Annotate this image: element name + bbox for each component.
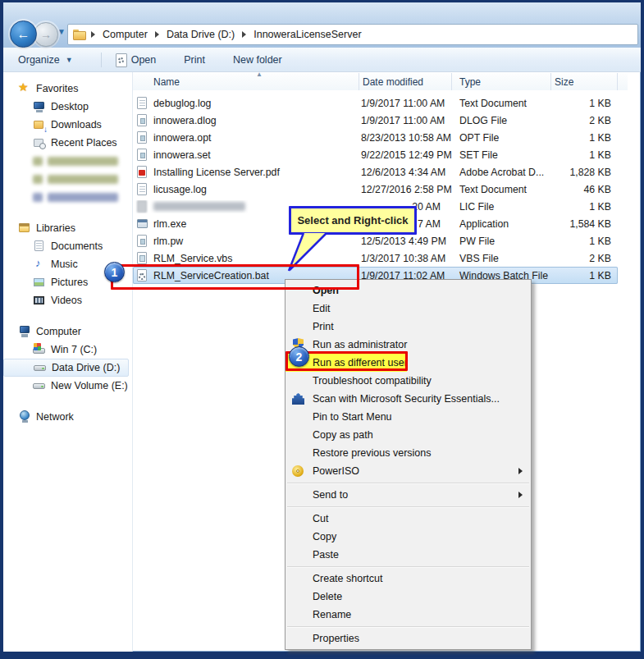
menu-item-label: Copy — [313, 531, 336, 542]
file-name-cell: licusage.log — [133, 183, 359, 196]
size-cell: 2 KB — [551, 115, 618, 126]
table-row-innowera-set[interactable]: innowera.set9/22/2015 12:49 PMSET File1 … — [133, 146, 618, 163]
step-number: 1 — [112, 266, 118, 279]
forward-arrow-icon: → — [40, 28, 52, 41]
table-row-rlm-pw[interactable]: rlm.pw12/5/2013 4:49 PMPW File1 KB — [133, 232, 618, 249]
sidebar-item-libraries[interactable]: Libraries — [3, 219, 129, 237]
sidebar-item-documents[interactable]: Documents — [3, 237, 129, 255]
sidebar-item-recent-places[interactable]: Recent Places — [3, 134, 129, 152]
table-row-installing-license-server-pdf[interactable]: Installing License Server.pdf12/6/2013 4… — [133, 163, 618, 181]
size-cell: 1,828 KB — [551, 167, 618, 178]
sidebar-item-label: Favorites — [36, 83, 78, 94]
date-modified-cell: 1/9/2017 11:00 AM — [359, 115, 452, 126]
sidebar-item-desktop[interactable]: Desktop — [3, 98, 129, 116]
menu-item-poweriso[interactable]: PowerISO — [285, 462, 531, 480]
breadcrumb-segment-computer[interactable]: Computer — [98, 27, 153, 42]
breadcrumb-arrow-icon — [155, 31, 159, 38]
sidebar-item-videos[interactable]: Videos — [3, 291, 129, 309]
recent-pages-dropdown-icon[interactable]: ▼ — [57, 27, 66, 36]
redacted-label — [48, 175, 118, 184]
column-headers: NameDate modifiedTypeSize — [133, 73, 628, 90]
file-file-icon — [136, 235, 148, 248]
menu-item-properties[interactable]: Properties — [285, 629, 531, 648]
file-name-cell: innowera.set — [133, 149, 359, 162]
date-modified-cell: 12/5/2013 4:49 PM — [359, 236, 452, 247]
sidebar-item-computer[interactable]: Computer — [3, 323, 129, 341]
file-name-cell: innowera.opt — [133, 131, 359, 144]
sidebar-item-label: Data Drive (D:) — [52, 362, 120, 373]
size-cell: 1 KB — [551, 270, 618, 281]
file-name: debuglog.log — [153, 98, 211, 109]
date-modified-cell: 12/6/2013 4:34 AM — [359, 167, 452, 178]
sidebar-item-label: Recent Places — [51, 137, 117, 149]
column-header-date-modified[interactable]: Date modified — [359, 73, 452, 90]
menu-item-restore-previous-versions[interactable]: Restore previous versions — [285, 444, 531, 462]
submenu-arrow-icon — [518, 468, 523, 474]
table-row-debuglog-log[interactable]: debuglog.log1/9/2017 11:00 AMText Docume… — [133, 94, 618, 112]
toolbar-button-open[interactable]: Open — [108, 50, 163, 70]
sidebar-section-computer: ComputerWin 7 (C:)Data Drive (D:)New Vol… — [3, 323, 132, 395]
file-name: Installing License Server.pdf — [153, 167, 280, 178]
text-file-icon — [136, 183, 148, 196]
toolbar-button-organize[interactable]: Organize▼ — [11, 51, 80, 69]
sidebar-item-network[interactable]: Network — [3, 408, 129, 426]
file-file-icon — [136, 149, 148, 162]
vbs-file-icon — [136, 252, 148, 265]
menu-item-pin-to-start-menu[interactable]: Pin to Start Menu — [285, 408, 531, 426]
file-name-cell: innowera.dlog — [133, 114, 359, 127]
column-header-name[interactable]: Name — [133, 73, 359, 90]
menu-item-copy[interactable]: Copy — [285, 528, 531, 546]
menu-item-edit[interactable]: Edit — [285, 300, 531, 318]
sidebar-item-redacted[interactable] — [3, 188, 129, 206]
toolbar-button-new-folder[interactable]: New folder — [226, 51, 289, 69]
menu-item-troubleshoot-compatibility[interactable]: Troubleshoot compatibility — [285, 372, 531, 390]
sidebar-item-redacted[interactable] — [3, 170, 129, 188]
menu-item-label: Create shortcut — [313, 573, 382, 584]
menu-item-copy-as-path[interactable]: Copy as path — [285, 426, 531, 444]
explorer-window: ← → ▼ ComputerData Drive (D:)InnoweraLic… — [0, 0, 644, 659]
sidebar-item-label: Computer — [36, 326, 81, 337]
sidebar-item-downloads[interactable]: Downloads — [3, 116, 129, 134]
file-name: RLM_Service.vbs — [153, 253, 232, 264]
sidebar-item-data-drive-d[interactable]: Data Drive (D:) — [3, 359, 129, 377]
menu-item-rename[interactable]: Rename — [285, 606, 531, 624]
sidebar-item-label: New Volume (E:) — [51, 380, 128, 391]
menu-item-cut[interactable]: Cut — [285, 510, 531, 528]
date-modified-cell: 12/27/2016 2:58 PM — [359, 184, 452, 195]
menu-item-send-to[interactable]: Send to — [285, 486, 531, 504]
sidebar-item-favorites[interactable]: Favorites — [3, 80, 129, 98]
file-name: innowera.dlog — [153, 115, 217, 126]
menu-item-paste[interactable]: Paste — [285, 546, 531, 564]
menu-item-label: Troubleshoot compatibility — [313, 375, 432, 387]
sidebar-item-new-volume-e[interactable]: New Volume (E:) — [3, 377, 129, 395]
menu-item-create-shortcut[interactable]: Create shortcut — [285, 570, 531, 588]
menu-item-delete[interactable]: Delete — [285, 588, 531, 606]
breadcrumb-segment-innoweralicenseserver[interactable]: InnoweraLicenseServer — [249, 27, 366, 42]
menu-separator — [287, 566, 529, 567]
breadcrumb-segment-data-drive-d[interactable]: Data Drive (D:) — [162, 27, 240, 42]
drive-win-icon — [33, 343, 46, 356]
recent-icon — [33, 136, 46, 149]
sidebar-item-redacted[interactable] — [3, 152, 129, 170]
menu-item-label: Paste — [313, 549, 339, 561]
sidebar-item-win-7-c[interactable]: Win 7 (C:) — [3, 341, 129, 359]
forward-button[interactable]: → — [34, 22, 58, 47]
toolbar-button-label: Organize — [18, 54, 60, 66]
note-icon — [33, 258, 46, 271]
address-bar[interactable]: ComputerData Drive (D:)InnoweraLicenseSe… — [67, 24, 638, 45]
column-header-size[interactable]: Size — [551, 73, 618, 90]
menu-item-print[interactable]: Print — [285, 318, 531, 336]
table-row-innowera-dlog[interactable]: innowera.dlog1/9/2017 11:00 AMDLOG File2… — [133, 112, 618, 129]
menu-item-label: Restore previous versions — [313, 447, 432, 459]
breadcrumb-arrow-icon — [91, 31, 95, 38]
table-row-licusage-log[interactable]: licusage.log12/27/2016 2:58 PMText Docum… — [133, 181, 618, 198]
table-row-innowera-opt[interactable]: innowera.opt8/23/2013 10:58 AMOPT File1 … — [133, 129, 618, 146]
column-header-type[interactable]: Type — [452, 73, 551, 90]
redacted-label — [48, 193, 118, 202]
menu-item-scan-with-microsoft-security-essentials[interactable]: Scan with Microsoft Security Essentials.… — [285, 390, 531, 408]
back-button[interactable]: ← — [10, 21, 37, 48]
network-icon — [18, 410, 31, 423]
menu-separator — [287, 483, 529, 483]
toolbar-button-print[interactable]: Print — [177, 51, 212, 69]
type-cell: DLOG File — [452, 115, 551, 126]
